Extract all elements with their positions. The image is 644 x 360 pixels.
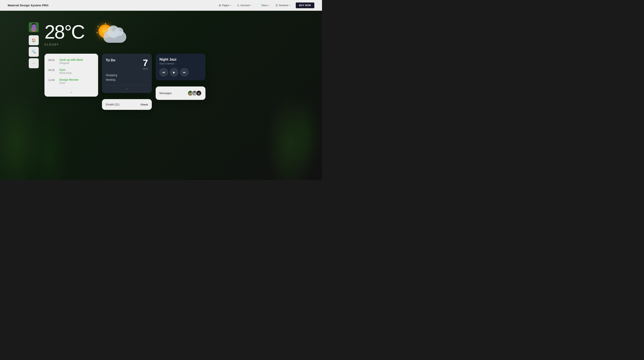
nav-docs[interactable]: 📄 Docs ▾ [255, 3, 272, 8]
messages-label: Messages [160, 92, 172, 95]
schedule-expand-button[interactable]: ⌄ [70, 90, 73, 94]
schedule-item-1: 08:00 Synk up with Mark Hangouts [48, 58, 94, 64]
music-messages-column: Night Jazz Gary Coleman ⏮ ▶ ⏭ [156, 54, 206, 100]
svg-point-13 [194, 91, 196, 93]
todo-items-label: items [143, 68, 148, 70]
svg-point-3 [31, 27, 36, 32]
weather-condition: CLOUDY [44, 43, 84, 46]
schedule-time-2: 09:30 [48, 68, 56, 72]
svg-point-4 [32, 23, 36, 26]
navbar-brand: Material Design System PRO [8, 4, 48, 7]
music-controls: ⏮ ▶ ⏭ [160, 68, 202, 76]
schedule-item-2: 09:30 Gym World Class [48, 68, 94, 74]
main-content: 🏠 🔍 ··· 28°C CLOUDY [0, 11, 322, 110]
music-artist: Gary Coleman [160, 62, 202, 65]
docs-label: Docs [262, 4, 268, 7]
pages-icon: ⊞ [219, 4, 221, 7]
navbar: Material Design System PRO ⊞ Pages ▾ ⊙ A… [0, 0, 322, 11]
sidebar-home-button[interactable]: 🏠 [29, 35, 39, 45]
todo-item-1: Shopping [106, 74, 148, 77]
sidebar-more-button[interactable]: ··· [29, 58, 39, 68]
todo-expand-button[interactable]: ⌄ [126, 87, 128, 90]
schedule-expand-footer: ⌄ [48, 88, 94, 94]
home-icon: 🏠 [32, 38, 36, 42]
search-icon: 🔍 [32, 50, 36, 54]
right-column: To Do 7 items Shopping Meeting ⌄ [102, 54, 152, 110]
next-icon: ⏭ [183, 71, 186, 74]
more-icon: ··· [32, 62, 36, 65]
music-next-button[interactable]: ⏭ [180, 68, 188, 76]
svg-rect-5 [32, 24, 33, 27]
sections-chevron: ▾ [290, 4, 290, 6]
weather-left: 28°C CLOUDY [44, 22, 84, 46]
svg-point-17 [198, 91, 200, 93]
buy-now-button[interactable]: BUY NOW [296, 2, 314, 8]
avatar-small-3 [196, 90, 202, 96]
temperature-display: 28°C [44, 22, 84, 42]
svg-point-9 [189, 91, 192, 93]
todo-items-list: Shopping Meeting [106, 74, 148, 81]
svg-point-2 [32, 24, 36, 28]
nav-sections[interactable]: ☰ Sections ▾ [273, 3, 293, 8]
docs-chevron: ▾ [268, 4, 269, 6]
todo-title: To Do [106, 58, 116, 62]
schedule-time-3: 11:00 [48, 78, 56, 82]
schedule-details-3: Design Review Zoom [60, 78, 94, 84]
todo-card: To Do 7 items Shopping Meeting ⌄ [102, 54, 152, 93]
account-chevron: ▾ [250, 4, 251, 6]
sections-label: Sections [279, 4, 288, 7]
sun-dot-3 [96, 32, 98, 33]
account-icon: ⊙ [237, 4, 240, 7]
avatar [29, 22, 39, 32]
pages-chevron: ▾ [230, 4, 231, 6]
schedule-details-1: Synk up with Mark Hangouts [60, 58, 94, 64]
weather-icon [96, 22, 126, 45]
music-play-button[interactable]: ▶ [170, 68, 178, 76]
schedule-subtitle-3: Zoom [60, 82, 94, 84]
email-card: Emails (21) Check [102, 99, 152, 110]
svg-point-1 [32, 24, 36, 28]
sun-dot-2 [98, 26, 98, 27]
todo-count: 7 [143, 58, 148, 68]
weather-row: 28°C CLOUDY [44, 22, 206, 46]
account-label: Account [240, 4, 249, 7]
music-card: Night Jazz Gary Coleman ⏮ ▶ ⏭ [156, 54, 206, 80]
sections-icon: ☰ [276, 4, 278, 7]
todo-item-2: Meeting [106, 78, 148, 81]
music-header: Night Jazz Gary Coleman [160, 58, 202, 65]
schedule-subtitle-1: Hangouts [60, 62, 94, 64]
cloud-shape [103, 31, 126, 43]
svg-rect-0 [29, 22, 39, 32]
messages-card: Messages [156, 86, 206, 100]
nav-account[interactable]: ⊙ Account ▾ [235, 3, 254, 8]
avatar-image [29, 22, 39, 32]
schedule-card: 08:00 Synk up with Mark Hangouts 09:30 G… [44, 54, 98, 96]
avatar-group [188, 90, 202, 96]
sidebar-search-button[interactable]: 🔍 [29, 47, 39, 57]
sun-dot-1 [105, 23, 106, 24]
content-area: 28°C CLOUDY 08:00 Synk up [44, 22, 206, 110]
email-label: Emails (21) [106, 103, 120, 106]
sidebar: 🏠 🔍 ··· [29, 22, 39, 68]
music-prev-button[interactable]: ⏮ [160, 68, 168, 76]
todo-footer: ⌄ [106, 85, 148, 90]
prev-icon: ⏮ [162, 71, 165, 74]
pages-label: Pages [222, 4, 229, 7]
schedule-subtitle-2: World Class [60, 72, 94, 74]
schedule-title-2: Gym [60, 68, 94, 71]
nav-pages[interactable]: ⊞ Pages ▾ [216, 3, 233, 8]
email-check-button[interactable]: Check [140, 103, 148, 106]
schedule-title-1: Synk up with Mark [60, 58, 94, 61]
schedule-time-1: 08:00 [48, 58, 56, 62]
todo-header: To Do 7 items [106, 58, 148, 70]
docs-icon: 📄 [258, 4, 261, 7]
play-icon: ▶ [173, 71, 175, 74]
navbar-right: ⊞ Pages ▾ ⊙ Account ▾ 📄 Docs ▾ ☰ Section… [216, 2, 314, 8]
music-title: Night Jazz [160, 58, 202, 62]
schedule-details-2: Gym World Class [60, 68, 94, 74]
cards-row: 08:00 Synk up with Mark Hangouts 09:30 G… [44, 54, 206, 110]
schedule-item-3: 11:00 Design Review Zoom [48, 78, 94, 84]
todo-count-block: 7 items [143, 58, 148, 70]
schedule-title-3: Design Review [60, 78, 94, 81]
